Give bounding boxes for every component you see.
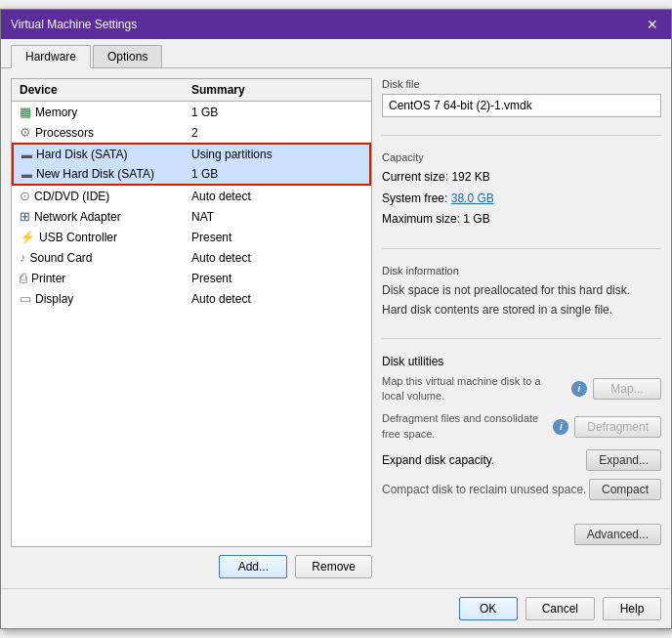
map-row: Map this virtual machine disk to a local… [382,374,661,404]
table-row[interactable]: ⚡ USB Controller Present [12,227,371,247]
table-row[interactable]: ♪ Sound Card Auto detect [12,247,371,268]
title-bar: Virtual Machine Settings ✕ [1,10,671,39]
device-cell: ▬ Hard Disk (SATA) [21,148,191,161]
device-cell: ⚡ USB Controller [20,230,191,244]
device-cell: ▬ New Hard Disk (SATA) [21,167,191,181]
virtual-machine-settings-window: Virtual Machine Settings ✕ Hardware Opti… [0,9,672,629]
new-hdd-icon: ▬ [21,168,32,180]
col-summary: Summary [191,83,363,97]
defragment-button[interactable]: Defragment [574,416,661,438]
table-header: Device Summary [12,79,371,102]
cd-icon: ⊙ [20,189,30,203]
map-button[interactable]: Map... [593,378,661,400]
device-table: Device Summary ▦ Memory 1 GB ⚙ Processor… [11,78,372,547]
map-info-icon: i [571,381,587,397]
printer-icon: ⎙ [20,271,27,285]
disk-info-label: Disk information [382,265,661,276]
tabs-bar: Hardware Options [1,39,671,68]
capacity-label: Capacity [382,151,661,163]
advanced-button[interactable]: Advanced... [574,524,661,545]
device-cell: ▦ Memory [20,105,191,119]
expand-text: Expand disk capacity. [382,453,494,467]
device-cell: ⚙ Processors [20,125,191,140]
compact-button[interactable]: Compact [589,479,661,500]
selected-rows-group: ▬ Hard Disk (SATA) Using partitions ▬ Ne… [12,143,371,186]
disk-utilities-label: Disk utilities [382,355,661,368]
help-button[interactable]: Help [603,597,661,620]
close-button[interactable]: ✕ [644,16,661,33]
disk-file-section: Disk file [382,78,661,117]
memory-icon: ▦ [20,105,31,119]
tab-hardware[interactable]: Hardware [11,45,91,68]
tab-options[interactable]: Options [93,45,162,67]
ok-button[interactable]: OK [459,597,518,620]
table-row[interactable]: ▭ Display Auto detect [12,288,371,309]
right-panel: Disk file Capacity Current size: 192 KB … [382,78,661,578]
table-row[interactable]: ▬ Hard Disk (SATA) Using partitions [14,145,369,164]
hdd-icon: ▬ [21,149,32,160]
maximum-size-row: Maximum size: 1 GB [382,209,661,231]
usb-icon: ⚡ [20,230,35,244]
divider-3 [382,338,661,339]
defragment-text: Defragment files and consolidate free sp… [382,411,547,442]
disk-information-section: Disk information Disk space is not preal… [382,265,661,320]
footer-buttons: OK Cancel Help [1,588,671,628]
map-text: Map this virtual machine disk to a local… [382,374,566,404]
disk-file-input[interactable] [382,94,661,117]
display-icon: ▭ [20,291,31,306]
cancel-button[interactable]: Cancel [525,597,595,620]
cpu-icon: ⚙ [20,125,31,140]
defragment-info-icon: i [553,419,568,435]
remove-button[interactable]: Remove [295,555,372,578]
left-panel: Device Summary ▦ Memory 1 GB ⚙ Processor… [11,78,372,578]
advanced-row: Advanced... [382,524,661,545]
col-device: Device [20,83,191,97]
compact-text: Compact disk to reclaim unused space. [382,483,586,496]
defragment-row: Defragment files and consolidate free sp… [382,411,661,442]
expand-row: Expand disk capacity. Expand... [382,449,661,471]
table-row[interactable]: ⎙ Printer Present [12,268,371,288]
system-free-row: System free: 38.0 GB [382,189,661,210]
capacity-info: Current size: 192 KB System free: 38.0 G… [382,167,661,231]
disk-file-label: Disk file [382,78,661,90]
table-row[interactable]: ⊞ Network Adapter NAT [12,206,371,227]
network-icon: ⊞ [20,209,30,224]
device-cell: ⊙ CD/DVD (IDE) [20,189,191,203]
capacity-section: Capacity Current size: 192 KB System fre… [382,151,661,231]
current-size-row: Current size: 192 KB [382,167,661,189]
device-cell: ⊞ Network Adapter [20,209,191,224]
add-button[interactable]: Add... [219,555,287,578]
sound-icon: ♪ [20,250,26,265]
device-buttons: Add... Remove [11,555,372,578]
expand-button[interactable]: Expand... [586,449,661,471]
divider-2 [382,248,661,249]
divider-1 [382,135,661,136]
disk-utilities-section: Disk utilities Map this virtual machine … [382,355,661,509]
device-cell: ▭ Display [20,291,191,306]
content-area: Device Summary ▦ Memory 1 GB ⚙ Processor… [1,68,671,588]
table-row[interactable]: ▦ Memory 1 GB [12,102,371,122]
compact-row: Compact disk to reclaim unused space. Co… [382,479,661,500]
window-title: Virtual Machine Settings [11,18,137,31]
table-row[interactable]: ⚙ Processors 2 [12,122,371,143]
disk-info-line2: Hard disk contents are stored in a singl… [382,300,661,319]
disk-info-line1: Disk space is not preallocated for this … [382,280,661,300]
device-cell: ♪ Sound Card [20,250,191,265]
table-row[interactable]: ▬ New Hard Disk (SATA) 1 GB [14,164,369,184]
device-cell: ⎙ Printer [20,271,191,285]
table-row[interactable]: ⊙ CD/DVD (IDE) Auto detect [12,186,371,206]
